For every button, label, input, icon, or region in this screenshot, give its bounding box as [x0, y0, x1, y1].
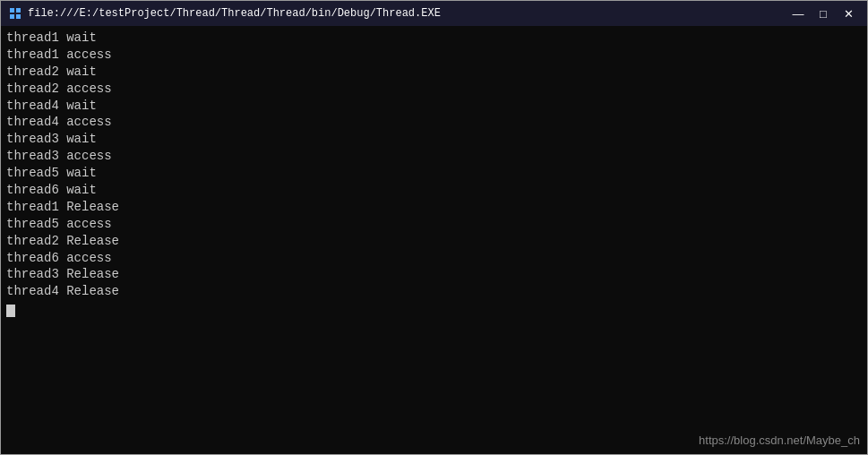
title-bar: file:///E:/testProject/Thread/Thread/Thr…: [1, 1, 867, 26]
minimize-button[interactable]: —: [786, 4, 810, 22]
console-body: thread1 waitthread1 accessthread2 waitth…: [1, 26, 867, 454]
window-title: file:///E:/testProject/Thread/Thread/Thr…: [28, 7, 441, 20]
title-bar-left: file:///E:/testProject/Thread/Thread/Thr…: [8, 6, 441, 21]
console-line: thread3 access: [6, 148, 862, 165]
console-line: thread3 Release: [6, 266, 862, 283]
close-button[interactable]: ✕: [837, 4, 860, 22]
console-line: thread4 Release: [6, 283, 862, 300]
console-cursor: [6, 305, 15, 317]
console-cursor-line: [6, 300, 862, 317]
console-line: thread6 access: [6, 250, 862, 267]
console-line: thread4 access: [6, 114, 862, 131]
console-line: thread5 wait: [6, 165, 862, 182]
window-controls: — □ ✕: [786, 4, 860, 22]
svg-rect-0: [10, 8, 14, 13]
console-line: thread6 wait: [6, 182, 862, 199]
console-line: thread2 wait: [6, 64, 862, 81]
console-line: thread1 wait: [6, 30, 862, 47]
console-line: thread4 wait: [6, 98, 862, 115]
watermark: https://blog.csdn.net/Maybe_ch: [699, 434, 860, 447]
maximize-button[interactable]: □: [812, 4, 835, 22]
app-icon: [8, 6, 22, 21]
console-line: thread1 access: [6, 47, 862, 64]
svg-rect-2: [10, 14, 14, 19]
console-line: thread3 wait: [6, 131, 862, 148]
console-line: thread1 Release: [6, 199, 862, 216]
console-output: thread1 waitthread1 accessthread2 waitth…: [6, 30, 862, 317]
svg-rect-1: [16, 8, 21, 13]
console-line: thread5 access: [6, 216, 862, 233]
console-line: thread2 Release: [6, 233, 862, 250]
main-window: file:///E:/testProject/Thread/Thread/Thr…: [0, 0, 868, 455]
console-line: thread2 access: [6, 81, 862, 98]
svg-rect-3: [16, 14, 21, 19]
